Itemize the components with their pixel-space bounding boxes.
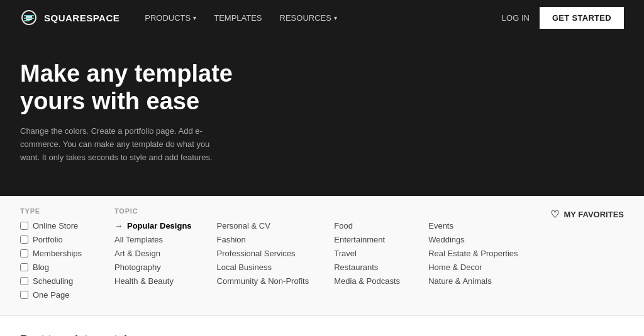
filter-photography[interactable]: Photography <box>114 263 192 272</box>
filter-art-design[interactable]: Art & Design <box>114 249 192 258</box>
filter-nature-animals[interactable]: Nature & Animals <box>428 276 518 286</box>
filter-top: TYPE Online Store Portfolio Memberships … <box>20 207 624 304</box>
logo-text: SQUARESPACE <box>44 13 119 23</box>
filter-personal-cv[interactable]: Personal & CV <box>217 221 309 230</box>
chevron-down-icon: ▾ <box>193 14 196 21</box>
filter-online-store[interactable]: Online Store <box>20 221 89 230</box>
nav-templates[interactable]: TEMPLATES <box>214 13 262 23</box>
chevron-down-icon: ▾ <box>334 14 337 21</box>
filter-professional-services[interactable]: Professional Services <box>217 249 309 258</box>
filter-restaurants[interactable]: Restaurants <box>334 263 403 272</box>
hero-description: Change the colors. Create a portfolio pa… <box>20 125 215 164</box>
filter-community[interactable]: Community & Non-Profits <box>217 276 309 286</box>
section-title: Best template matches <box>20 333 624 336</box>
filter-food[interactable]: Food <box>334 221 403 230</box>
checkbox-scheduling[interactable] <box>20 277 28 285</box>
arrow-icon: → <box>114 221 123 230</box>
nav-products[interactable]: PRODUCTS ▾ <box>145 13 196 23</box>
nav-links: PRODUCTS ▾ TEMPLATES RESOURCES ▾ <box>145 13 337 23</box>
logo[interactable]: SQUARESPACE <box>20 9 119 26</box>
filter-media-podcasts[interactable]: Media & Podcasts <box>334 276 403 286</box>
main-content: Best template matches Colette Noll About… <box>0 316 644 336</box>
navbar-left: SQUARESPACE PRODUCTS ▾ TEMPLATES RESOURC… <box>20 9 337 26</box>
filter-section: TYPE Online Store Portfolio Memberships … <box>0 196 644 316</box>
filter-events[interactable]: Events <box>428 221 518 230</box>
topic-column-3: TOPIC Food Entertainment Travel Restaura… <box>334 207 403 304</box>
filter-travel[interactable]: Travel <box>334 249 403 258</box>
hero-headline: Make any template yours with ease <box>20 60 284 115</box>
log-in-button[interactable]: LOG IN <box>502 13 530 23</box>
filter-all-templates[interactable]: All Templates <box>114 235 192 244</box>
filter-popular-designs[interactable]: → Popular Designs <box>114 221 192 230</box>
navbar-right: LOG IN GET STARTED <box>502 7 624 29</box>
filter-home-decor[interactable]: Home & Decor <box>428 263 518 272</box>
my-favorites-button[interactable]: ♡ MY FAVORITES <box>550 209 624 220</box>
checkbox-blog[interactable] <box>20 263 28 271</box>
squarespace-logo-icon <box>20 9 38 26</box>
filter-portfolio[interactable]: Portfolio <box>20 235 89 244</box>
filter-local-business[interactable]: Local Business <box>217 263 309 272</box>
svg-rect-1 <box>24 18 34 19</box>
my-favorites-label: MY FAVORITES <box>564 210 624 219</box>
checkbox-portfolio[interactable] <box>20 236 28 244</box>
filter-health-beauty[interactable]: Health & Beauty <box>114 276 192 286</box>
filter-memberships[interactable]: Memberships <box>20 249 89 258</box>
filter-one-page[interactable]: One Page <box>20 290 89 300</box>
get-started-button[interactable]: GET STARTED <box>540 7 624 29</box>
checkbox-memberships[interactable] <box>20 249 28 257</box>
filter-real-estate[interactable]: Real Estate & Properties <box>428 249 518 258</box>
checkbox-online-store[interactable] <box>20 222 28 230</box>
type-label: TYPE <box>20 207 89 215</box>
heart-icon: ♡ <box>550 209 559 220</box>
topic-filter-column: TOPIC → Popular Designs All Templates Ar… <box>114 207 192 304</box>
hero-section: Make any template yours with ease Change… <box>0 35 644 196</box>
filter-fashion[interactable]: Fashion <box>217 235 309 244</box>
filter-weddings[interactable]: Weddings <box>428 235 518 244</box>
topic-label: TOPIC <box>114 207 192 215</box>
filter-columns: TYPE Online Store Portfolio Memberships … <box>20 207 518 304</box>
nav-resources[interactable]: RESOURCES ▾ <box>280 13 337 23</box>
svg-rect-0 <box>24 15 34 16</box>
svg-rect-2 <box>24 20 30 21</box>
topic-column-4: TOPIC Events Weddings Real Estate & Prop… <box>428 207 518 304</box>
navbar: SQUARESPACE PRODUCTS ▾ TEMPLATES RESOURC… <box>0 0 644 35</box>
filter-blog[interactable]: Blog <box>20 263 89 272</box>
checkbox-one-page[interactable] <box>20 291 28 299</box>
topic-column-2: TOPIC Personal & CV Fashion Professional… <box>217 207 309 304</box>
filter-scheduling[interactable]: Scheduling <box>20 276 89 286</box>
type-filter-column: TYPE Online Store Portfolio Memberships … <box>20 207 89 304</box>
filter-entertainment[interactable]: Entertainment <box>334 235 403 244</box>
